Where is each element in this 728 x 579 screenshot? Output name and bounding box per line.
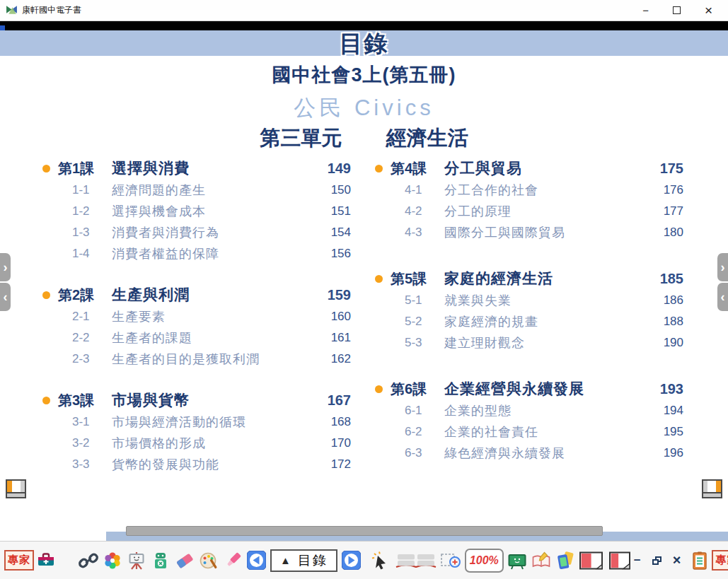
lesson-page: 159 <box>328 287 351 303</box>
flip-back-button[interactable]: ‹ <box>717 283 728 311</box>
toc-item-5-2[interactable]: 5-2 家庭經濟的規畫 188 <box>375 311 683 332</box>
bullet-icon <box>42 291 50 299</box>
item-title: 企業的型態 <box>444 402 664 419</box>
toc-item-1-4[interactable]: 1-4 消費者權益的保障 156 <box>42 243 351 264</box>
one-page-view-button[interactable] <box>606 547 634 574</box>
annotate-book-button[interactable] <box>529 547 553 574</box>
toc-item-4-2[interactable]: 4-2 分工的原理 177 <box>375 201 683 222</box>
zoom-area-button[interactable] <box>439 547 463 574</box>
blue-marker <box>0 25 5 30</box>
notes-list-button[interactable] <box>688 547 712 574</box>
toc-item-4-1[interactable]: 4-1 分工合作的社會 176 <box>375 180 683 201</box>
prev-page-button[interactable] <box>245 547 267 574</box>
page-corner-left-button[interactable] <box>6 479 26 498</box>
toc-lesson-4[interactable]: 第4課 分工與貿易 175 <box>375 157 683 180</box>
toolbox-button[interactable] <box>34 547 58 574</box>
robot-helper-button[interactable] <box>149 547 173 574</box>
item-title: 建立理財觀念 <box>444 334 664 351</box>
toc-item-5-1[interactable]: 5-1 就業與失業 186 <box>375 290 683 311</box>
next-page-icon <box>342 551 361 570</box>
item-num: 4-3 <box>405 226 444 240</box>
flip-back-button[interactable]: ‹ <box>0 283 11 311</box>
item-title: 分工合作的社會 <box>444 182 664 199</box>
toc-item-2-2[interactable]: 2-2 生產者的課題 161 <box>42 327 351 349</box>
toolbar-restore-button[interactable] <box>652 556 661 565</box>
item-num: 6-2 <box>405 425 444 439</box>
close-button[interactable]: × <box>705 4 712 17</box>
toc-lesson-1[interactable]: 第1課 選擇與消費 149 <box>42 157 351 180</box>
expert-mode-button-right[interactable]: 專家 <box>712 550 728 571</box>
toc-item-3-3[interactable]: 3-3 貨幣的發展與功能 172 <box>42 454 351 475</box>
lesson-label: 第4課 <box>391 159 444 178</box>
toc-item-5-3[interactable]: 5-3 建立理財觀念 190 <box>375 332 683 353</box>
item-title: 貨幣的發展與功能 <box>112 456 331 473</box>
flip-forward-button[interactable]: › <box>717 253 728 281</box>
lesson-page: 167 <box>328 392 351 409</box>
book-spread-button[interactable] <box>393 547 439 574</box>
paint-palette-button[interactable] <box>197 547 221 574</box>
toc-item-1-3[interactable]: 1-3 消費者與消費行為 154 <box>42 222 351 243</box>
item-title: 市場價格的形成 <box>112 435 331 452</box>
zoom-level-button[interactable]: 100% <box>465 549 504 573</box>
toc-item-3-1[interactable]: 3-1 市場與經濟活動的循環 168 <box>42 411 351 433</box>
item-title: 生產要素 <box>112 308 331 325</box>
page-indicator[interactable]: ▲ 目錄 <box>270 549 337 572</box>
eraser-button[interactable] <box>173 547 197 574</box>
device-sync-button[interactable] <box>553 547 577 574</box>
lesson-block-1: 第1課 選擇與消費 149 1-1 經濟問題的產生 150 1-2 選擇與機會成… <box>42 157 351 264</box>
flip-forward-button[interactable]: › <box>0 253 11 281</box>
unit-label: 第三單元 <box>260 124 342 153</box>
toc-lesson-3[interactable]: 第3課 市場與貨幣 167 <box>42 389 351 411</box>
bottom-toolbar: 專家 <box>0 541 728 579</box>
two-page-view-button[interactable] <box>577 547 606 574</box>
toolbar-minimize-button[interactable]: − <box>634 554 641 568</box>
toc-item-1-1[interactable]: 1-1 經濟問題的產生 150 <box>42 180 351 201</box>
page-indicator-label: 目錄 <box>298 551 328 570</box>
toolbar-close-button[interactable]: × <box>673 552 681 568</box>
item-page: 154 <box>331 226 351 240</box>
corner-edge <box>21 481 25 492</box>
link-button[interactable] <box>76 547 100 574</box>
toc-item-2-1[interactable]: 2-1 生產要素 160 <box>42 306 351 327</box>
minimize-button[interactable]: − <box>642 5 649 16</box>
lesson-block-4: 第4課 分工與貿易 175 4-1 分工合作的社會 176 4-2 分工的原理 … <box>375 157 683 243</box>
toc-item-1-2[interactable]: 1-2 選擇與機會成本 151 <box>42 201 351 222</box>
item-num: 1-3 <box>72 226 112 240</box>
bullet-icon <box>375 165 383 172</box>
toc-lesson-6[interactable]: 第6課 企業經營與永續發展 193 <box>375 378 683 400</box>
page-corner-right-button[interactable] <box>702 479 722 498</box>
palette-icon <box>198 550 219 571</box>
next-page-button[interactable] <box>340 547 363 574</box>
toc-item-3-2[interactable]: 3-2 市場價格的形成 170 <box>42 433 351 454</box>
item-title: 分工的原理 <box>444 203 664 220</box>
lesson-label: 第3課 <box>58 391 112 410</box>
left-side-nav: › ‹ <box>0 253 11 311</box>
book-pencil-icon <box>531 550 552 571</box>
eraser-icon <box>174 550 195 571</box>
pinwheel-tools-button[interactable] <box>100 547 125 574</box>
whiteboard-button[interactable] <box>125 547 149 574</box>
toc-item-6-1[interactable]: 6-1 企業的型態 194 <box>375 400 683 421</box>
horizontal-scrollbar-thumb[interactable] <box>126 526 603 536</box>
lesson-title: 生產與利潤 <box>112 285 328 305</box>
bullet-icon <box>375 275 383 283</box>
item-num: 5-2 <box>405 315 444 329</box>
prev-page-icon <box>247 551 266 570</box>
chalkboard-button[interactable] <box>505 547 529 574</box>
toc-item-2-3[interactable]: 2-3 生產者的目的是獲取利潤 162 <box>42 349 351 370</box>
maximize-button[interactable] <box>673 6 681 14</box>
toc-item-6-2[interactable]: 6-2 企業的社會責任 195 <box>375 421 683 443</box>
select-cursor-button[interactable] <box>369 547 393 574</box>
item-page: 170 <box>331 436 351 450</box>
robot-icon <box>150 550 171 571</box>
highlighter-button[interactable] <box>221 547 245 574</box>
expert-mode-button-left[interactable]: 專家 <box>4 550 34 571</box>
item-page: 151 <box>331 204 351 218</box>
toc-item-4-3[interactable]: 4-3 國際分工與國際貿易 180 <box>375 222 683 243</box>
lesson-page: 193 <box>660 381 683 397</box>
item-title: 消費者權益的保障 <box>112 245 331 262</box>
toc-lesson-5[interactable]: 第5課 家庭的經濟生活 185 <box>375 267 683 290</box>
zoom-area-icon <box>440 550 463 571</box>
toc-lesson-2[interactable]: 第2課 生產與利潤 159 <box>42 283 351 306</box>
toc-item-6-3[interactable]: 6-3 綠色經濟與永續發展 196 <box>375 443 683 464</box>
